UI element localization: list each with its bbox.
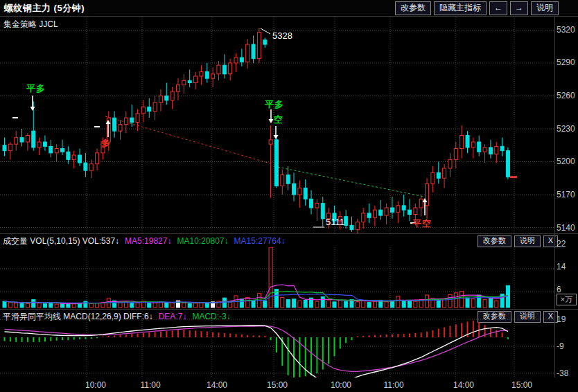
time-axis-label: 14:00 bbox=[207, 380, 227, 390]
time-axis-label: 14:00 bbox=[453, 380, 474, 390]
macd-axis-label: -38 bbox=[557, 368, 568, 378]
signal-arrows bbox=[12, 28, 428, 227]
volume-axis-label: 22 bbox=[557, 239, 566, 249]
hide-main-indicator-button[interactable]: 隐藏主指标 bbox=[434, 1, 487, 15]
page-title: 螺纹钢主力 (5分钟) bbox=[4, 2, 85, 15]
price-axis-label: 5170 bbox=[557, 190, 575, 199]
time-axis-label: 15:00 bbox=[267, 380, 288, 390]
volume-ma15-value: MA15:27764↓ bbox=[234, 236, 286, 246]
title-bar: 螺纹钢主力 (5分钟) 改参数 隐藏主指标 ← → 说明 bbox=[0, 0, 578, 17]
trading-terminal: 螺纹钢主力 (5分钟) 改参数 隐藏主指标 ← → 说明 集金策略 JJCL 成… bbox=[0, 0, 578, 392]
arrow-left-icon[interactable]: ← bbox=[489, 1, 507, 15]
price-axis-label: 5230 bbox=[557, 124, 575, 134]
macd-axis-label: 19 bbox=[557, 314, 566, 324]
trade-signal-label: 平多 bbox=[265, 98, 284, 111]
trade-signal-label: 多 bbox=[101, 137, 111, 150]
arrow-right-icon[interactable]: → bbox=[510, 1, 528, 15]
volume-chart[interactable] bbox=[0, 247, 554, 308]
volume-bars bbox=[3, 247, 509, 308]
macd-chart[interactable] bbox=[0, 318, 554, 377]
time-axis-label: 15:00 bbox=[511, 380, 532, 390]
time-axis-label: 11:00 bbox=[383, 380, 403, 390]
help-button[interactable]: 说明 bbox=[531, 1, 559, 15]
volume-change-params-button[interactable]: 改参数 bbox=[478, 235, 511, 247]
price-axis-label: 5290 bbox=[557, 57, 575, 67]
volume-close-button[interactable]: X bbox=[543, 235, 558, 247]
volume-ma10-value: MA10:20807↓ bbox=[177, 236, 228, 246]
trade-signal-label: 平空 bbox=[412, 217, 432, 230]
price-tag-label: 5111 bbox=[326, 217, 344, 227]
volume-indicator-label: 成交量 VOL(5,10,15) VOL:537↓ bbox=[3, 235, 119, 247]
volume-help-button[interactable]: 说明 bbox=[514, 235, 541, 247]
volume-axis-label: 6 bbox=[557, 285, 561, 294]
time-axis-label: 10:00 bbox=[85, 380, 106, 390]
macd-axis-label: -9 bbox=[557, 341, 564, 351]
price-axis-label: 5140 bbox=[557, 223, 575, 233]
time-axis[interactable]: 10:0011:0014:0015:0010:0011:0014:0015:00 bbox=[0, 377, 578, 392]
time-axis-label: 11:00 bbox=[140, 380, 160, 390]
trade-signal-label: 空 bbox=[274, 114, 283, 126]
trendlines bbox=[105, 116, 424, 197]
time-axis-label: 10:00 bbox=[331, 380, 351, 390]
price-axis-label: 5200 bbox=[557, 157, 575, 166]
volume-unit-label: ×万 bbox=[557, 294, 577, 305]
macd-histogram bbox=[5, 321, 508, 377]
toolbar: 改参数 隐藏主指标 ← → 说明 bbox=[395, 1, 578, 15]
macd-gridlines bbox=[0, 318, 554, 377]
volume-ma5-value: MA5:19827↓ bbox=[125, 236, 171, 246]
trade-signal-label: 平多 bbox=[26, 82, 46, 95]
price-tag-label: 5328 bbox=[272, 30, 292, 41]
volume-axis-label: 14 bbox=[557, 262, 566, 271]
axis-separator bbox=[554, 17, 555, 377]
change-params-button[interactable]: 改参数 bbox=[395, 1, 431, 15]
volume-pane-header: 成交量 VOL(5,10,15) VOL:537↓ MA5:19827↓ MA1… bbox=[0, 234, 578, 248]
price-axis-label: 5320 bbox=[557, 25, 575, 35]
candles-layer bbox=[3, 28, 509, 233]
price-axis-label: 5260 bbox=[557, 91, 575, 100]
volume-ma-lines bbox=[5, 285, 508, 303]
